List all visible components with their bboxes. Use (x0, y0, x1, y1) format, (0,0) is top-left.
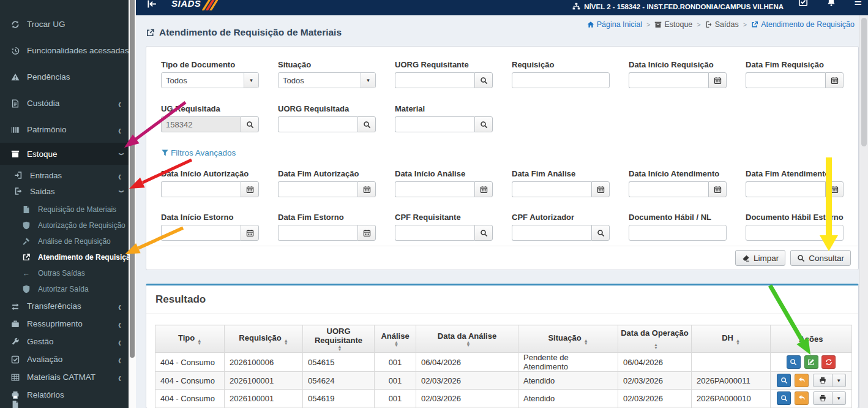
print-dropdown-button[interactable]: ▼ (832, 391, 846, 405)
sidebar-item-custodia[interactable]: Custódia ‹ (0, 90, 129, 116)
search-lookup-button[interactable] (241, 116, 259, 132)
sidebar-item-funcionalidades-acessadas[interactable]: Funcionalidades acessadas (0, 37, 129, 64)
data-inicio-autorizacao-input[interactable] (161, 181, 241, 197)
breadcrumb-current[interactable]: Atendimento de Requisição (751, 20, 855, 29)
sidebar-toggle-icon[interactable] (147, 0, 157, 12)
cpf-autorizador-input[interactable] (512, 225, 591, 241)
search-icon (246, 121, 254, 129)
undo-estorno-button[interactable] (795, 374, 809, 387)
data-fim-estorno-input[interactable] (278, 225, 357, 241)
refresh-action-button[interactable] (821, 355, 836, 369)
documento-habil-nl-input[interactable] (629, 225, 727, 241)
calendar-button[interactable] (825, 72, 844, 88)
siads-logo[interactable]: SIADS (171, 0, 218, 10)
sidebar-item-pendencias[interactable]: Pendências (0, 64, 129, 90)
calendar-button[interactable] (241, 181, 259, 197)
col-tipo[interactable]: Tipo▲▼ (155, 325, 225, 353)
sidebar-item-transferencias[interactable]: Transferências ‹ (0, 297, 129, 315)
calendar-button[interactable] (357, 181, 376, 197)
col-situacao[interactable]: Situação▲▼ (518, 325, 618, 353)
atender-edit-button[interactable] (804, 355, 818, 369)
sidebar-item-estoque[interactable]: Estoque ‹ (0, 143, 129, 165)
sidebar-item-patrimonio[interactable]: Patrimônio ‹ (0, 116, 129, 143)
breadcrumb-saidas[interactable]: Saídas (705, 20, 739, 29)
sidebar-item-autorizacao-de-requisicao[interactable]: Autorização de Requisição (0, 217, 129, 233)
print-button[interactable] (813, 374, 832, 387)
sidebar-item-trocar-ug[interactable]: Trocar UG (0, 11, 129, 37)
data-inicio-analise-input[interactable] (395, 181, 474, 197)
calendar-button[interactable] (241, 225, 259, 241)
documento-habil-estorno-input[interactable] (746, 225, 844, 241)
limpar-button[interactable]: Limpar (735, 250, 785, 266)
tipo-documento-select[interactable]: Todos ▾ (161, 72, 259, 88)
page-scrollbar-thumb[interactable] (861, 18, 867, 146)
sidebar-scrollbar[interactable] (129, 0, 136, 408)
col-analise[interactable]: Análise▲▼ (375, 325, 416, 353)
calendar-button[interactable] (357, 225, 376, 241)
col-dh[interactable]: DH▲▼ (692, 325, 771, 353)
sidebar-item-entradas[interactable]: Entradas ‹ (0, 167, 129, 183)
situacao-select[interactable]: Todos ▾ (278, 72, 376, 88)
calendar-button[interactable] (708, 72, 727, 88)
data-inicio-requisicao-input[interactable] (629, 72, 708, 88)
sidebar-scrollbar-thumb[interactable] (130, 0, 135, 358)
data-fim-requisicao-input[interactable] (746, 72, 825, 88)
search-lookup-button[interactable] (474, 225, 493, 241)
search-lookup-button[interactable] (474, 72, 493, 88)
search-lookup-button[interactable] (474, 116, 493, 132)
undo-estorno-button[interactable] (795, 391, 809, 405)
col-data-analise[interactable]: Data da Análise▲▼ (416, 325, 518, 353)
field-label: Data Início Atendimento (629, 169, 727, 178)
sort-icon: ▲▼ (466, 341, 471, 347)
data-inicio-estorno-input[interactable] (161, 225, 241, 241)
sidebar-item-gestao[interactable]: Gestão ‹ (0, 333, 129, 350)
messages-icon[interactable] (798, 0, 808, 9)
sidebar-item-materiais-catmat[interactable]: Materiais CATMAT ‹ (0, 368, 129, 386)
calendar-button[interactable] (825, 181, 844, 197)
calendar-button[interactable] (591, 181, 610, 197)
sidebar-item-autorizar-saida[interactable]: Autorizar Saída (0, 281, 129, 297)
view-details-button[interactable] (787, 355, 801, 369)
data-fim-atendimento-input[interactable] (746, 181, 825, 197)
sidebar-item-requisicao-de-materiais[interactable]: Requisição de Materiais (0, 202, 129, 217)
col-data-operacao[interactable]: Data da Operação▲▼ (618, 325, 692, 353)
sidebar-item-atendimento-de-requisicao[interactable]: Atendimento de Requisição (0, 249, 129, 265)
print-button[interactable] (813, 391, 832, 405)
sidebar-item-avaliacao[interactable]: Avaliação ‹ (0, 350, 129, 368)
view-details-button[interactable] (777, 374, 791, 387)
sidebar-item-label: Entradas (30, 171, 62, 180)
uorg-requisitante-input[interactable] (395, 72, 474, 88)
requisicao-input[interactable] (512, 72, 610, 88)
print-split-button[interactable]: ▼ (813, 374, 846, 387)
sidebar-item-analise-de-requisicao[interactable]: Análise de Requisição (0, 233, 129, 249)
print-dropdown-button[interactable]: ▼ (832, 374, 846, 387)
sidebar-item-label: Autorizar Saída (38, 285, 89, 293)
print-split-button[interactable]: ▼ (813, 391, 846, 405)
consultar-button[interactable]: Consultar (790, 250, 851, 266)
data-fim-analise-input[interactable] (512, 181, 591, 197)
data-fim-autorizacao-input[interactable] (278, 181, 357, 197)
notifications-bell-icon[interactable] (826, 0, 836, 9)
material-input[interactable] (395, 116, 474, 132)
search-icon (480, 121, 488, 129)
cpf-requisitante-input[interactable] (395, 225, 474, 241)
calendar-button[interactable] (474, 181, 493, 197)
sidebar-item-outras-saidas[interactable]: ← Outras Saídas (0, 265, 129, 281)
search-lookup-button[interactable] (591, 225, 610, 241)
calendar-button[interactable] (708, 181, 727, 197)
breadcrumb-estoque[interactable]: Estoque (654, 20, 692, 29)
breadcrumb-home[interactable]: Página Inicial (587, 20, 642, 29)
menu-bars-icon[interactable]: ☰ (854, 0, 862, 7)
col-uorg-requisitante[interactable]: UORG Requisitante▲▼ (303, 325, 375, 353)
ug-requisitada-input[interactable] (161, 116, 241, 132)
view-details-button[interactable] (777, 391, 791, 405)
sidebar-item-ressuprimento[interactable]: Ressuprimento ‹ (0, 315, 129, 333)
page-scrollbar[interactable] (859, 15, 868, 408)
search-lookup-button[interactable] (357, 116, 376, 132)
sidebar-item-saidas[interactable]: Saídas ‹ (0, 183, 129, 199)
filtros-avancados-link[interactable]: Filtros Avançados (161, 148, 236, 157)
col-requisicao[interactable]: Requisição▲▼ (225, 325, 303, 353)
breadcrumb: Página Inicial > Estoque > Saídas > Aten… (587, 20, 855, 29)
uorg-requisitada-input[interactable] (278, 116, 357, 132)
data-inicio-atendimento-input[interactable] (629, 181, 708, 197)
